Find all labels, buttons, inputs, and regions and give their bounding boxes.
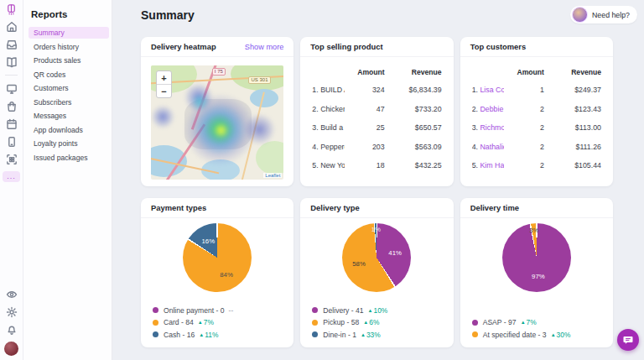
qr-scan-icon[interactable] <box>5 153 18 165</box>
delivery-type-legend: Delivery - 41 10% Pickup - 58 6% Dine-in… <box>312 305 387 342</box>
table-row: 3. Build a Sicilian... 25 $650.57 <box>312 118 441 138</box>
card-top-selling-product: Top selling product Amount Revenue 1. BU… <box>300 37 453 186</box>
legend-dot <box>312 320 318 326</box>
customer-link[interactable]: Kim Hackelberg <box>480 161 504 170</box>
legend-dot <box>312 307 318 313</box>
table-row: 4. Pepperoni 203 $563.09 <box>312 138 441 157</box>
delivery-type-title: Delivery type <box>310 203 359 212</box>
sidebar-item-qr-codes[interactable]: QR codes <box>29 69 109 81</box>
legend-dot <box>153 307 158 313</box>
road-label-i75: I 75 <box>212 68 226 76</box>
payment-types-title: Payment types <box>151 203 206 212</box>
chat-widget-button[interactable] <box>617 329 639 351</box>
card-delivery-heatmap: Delivery heatmap Show more <box>141 37 293 186</box>
legend-item: ASAP - 97 7% <box>472 316 571 329</box>
sidebar-item-issued-packages[interactable]: Issued packages <box>29 152 109 164</box>
delivery-time-legend: ASAP - 97 7% At specified date - 3 30% <box>472 316 571 341</box>
sidebar-item-customers[interactable]: Customers <box>29 82 109 94</box>
table-row: 5. Kim Hackelberg 2 $105.44 <box>472 156 601 175</box>
legend-item: Cash - 16 11% <box>153 329 233 342</box>
need-help-button[interactable]: Need help? <box>570 6 637 23</box>
rail-more-button[interactable]: ... <box>3 171 20 182</box>
customer-link[interactable]: Richmond Car... <box>480 123 504 132</box>
sidebar-item-app-downloads[interactable]: App downloads <box>29 124 109 136</box>
pie-slice-label: 1% <box>371 226 381 233</box>
table-row: 4. Nathalie Azcano 2 $111.26 <box>472 138 601 157</box>
calendar-icon[interactable] <box>5 117 18 130</box>
sidebar-item-orders-history[interactable]: Orders history <box>29 41 109 53</box>
pie-chart-delivery-type: 41%58%1% <box>342 223 411 292</box>
road-label-us301: US 301 <box>248 76 270 84</box>
eye-icon[interactable] <box>5 288 18 300</box>
table-row: 1. BUILD A PIE - 1... 324 $6,834.39 <box>312 81 441 100</box>
heatmap-card-title: Delivery heatmap <box>151 42 216 51</box>
kiosk-monitor-icon[interactable] <box>5 82 18 95</box>
app-logo-icon[interactable] <box>5 3 18 15</box>
legend-item: Pickup - 58 6% <box>312 316 387 329</box>
pie-slice-label: 3% <box>529 226 538 233</box>
sidebar-item-loyalty-points[interactable]: Loyalty points <box>29 138 109 149</box>
col-header-revenue: Revenue <box>549 68 601 76</box>
customer-link[interactable]: Lisa Cornish <box>480 86 504 94</box>
legend-item: Dine-in - 1 33% <box>312 329 387 342</box>
sidebar-item-messages[interactable]: Messages <box>29 110 109 122</box>
legend-item: Card - 84 7% <box>153 316 233 329</box>
chat-bubble-icon <box>622 334 634 346</box>
reports-sidebar: Reports Summary Orders history Products … <box>23 0 112 360</box>
menu-book-icon[interactable] <box>5 55 18 68</box>
legend-dot <box>153 320 158 326</box>
icon-rail: ... <box>0 0 23 360</box>
map-zoom-out-button[interactable]: − <box>157 84 171 97</box>
delivery-heatmap-map[interactable]: + − I 75 US 301 Leaflet <box>151 65 283 180</box>
settings-gear-icon[interactable] <box>5 305 18 318</box>
payment-types-legend: Online payment - 0 -- Card - 84 7% Cash … <box>153 305 233 342</box>
top-products-table: Amount Revenue 1. BUILD A PIE - 1... 324… <box>300 57 453 175</box>
legend-item: Online payment - 0 -- <box>153 305 233 317</box>
legend-item: Delivery - 41 10% <box>312 305 387 317</box>
sidebar-title: Reports <box>31 9 112 19</box>
rail-divider <box>5 75 18 76</box>
top-customers-table: Amount Revenue 1. Lisa Cornish 1 $249.37… <box>460 57 613 175</box>
table-row: 1. Lisa Cornish 1 $249.37 <box>472 81 601 100</box>
main-area: Summary Need help? Delivery heatmap Show… <box>112 0 644 360</box>
table-row: 5. New Yorker 18 $432.25 <box>312 156 441 175</box>
need-help-label: Need help? <box>592 11 630 19</box>
table-row: 2. Debbie Stegmier 2 $123.43 <box>472 100 601 119</box>
card-delivery-type: Delivery type 41%58%1% Delivery - 41 10%… <box>300 198 453 347</box>
col-header-amount: Amount <box>509 68 544 76</box>
card-top-customers: Top customers Amount Revenue 1. Lisa Cor… <box>460 37 613 186</box>
card-payment-types: Payment types 84%16% Online payment - 0 … <box>141 198 293 347</box>
col-header-revenue: Revenue <box>390 68 442 76</box>
pie-slice-label: 41% <box>388 248 402 256</box>
shopping-bag-icon[interactable] <box>5 100 18 112</box>
smartphone-icon[interactable] <box>5 135 18 148</box>
orders-inbox-icon[interactable] <box>5 38 18 50</box>
legend-dot <box>153 331 158 337</box>
legend-dot <box>312 331 318 337</box>
map-zoom-control: + − <box>156 70 172 98</box>
table-row: 2. Chicken Wings 47 $733.20 <box>312 100 441 119</box>
col-header-amount: Amount <box>350 68 385 76</box>
user-avatar[interactable] <box>4 342 18 356</box>
map-attribution[interactable]: Leaflet <box>263 173 282 178</box>
pie-slice-label: 58% <box>352 259 366 267</box>
bell-icon[interactable] <box>5 323 18 336</box>
card-delivery-time: Delivery time 97%3% ASAP - 97 7% At spec… <box>460 198 613 347</box>
legend-item: At specified date - 3 30% <box>472 329 571 342</box>
pie-slice-label: 97% <box>532 273 545 280</box>
legend-dot <box>472 331 478 337</box>
pie-slice-label: 16% <box>201 237 215 245</box>
app-window: ... Reports Summary Orders history Produ… <box>0 0 644 360</box>
table-row: 3. Richmond Car... 2 $113.00 <box>472 118 601 138</box>
map-zoom-in-button[interactable]: + <box>157 71 171 84</box>
cards-grid: Delivery heatmap Show more <box>141 37 613 347</box>
customer-link[interactable]: Nathalie Azcano <box>480 143 504 151</box>
sidebar-item-subscribers[interactable]: Subscribers <box>29 97 109 108</box>
show-more-link[interactable]: Show more <box>245 43 283 51</box>
customer-link[interactable]: Debbie Stegmier <box>480 105 504 113</box>
top-customers-title: Top customers <box>470 42 527 51</box>
sidebar-item-summary[interactable]: Summary <box>29 27 109 39</box>
home-icon[interactable] <box>5 20 18 33</box>
top-products-title: Top selling product <box>310 42 382 51</box>
sidebar-item-products-sales[interactable]: Products sales <box>29 55 109 66</box>
